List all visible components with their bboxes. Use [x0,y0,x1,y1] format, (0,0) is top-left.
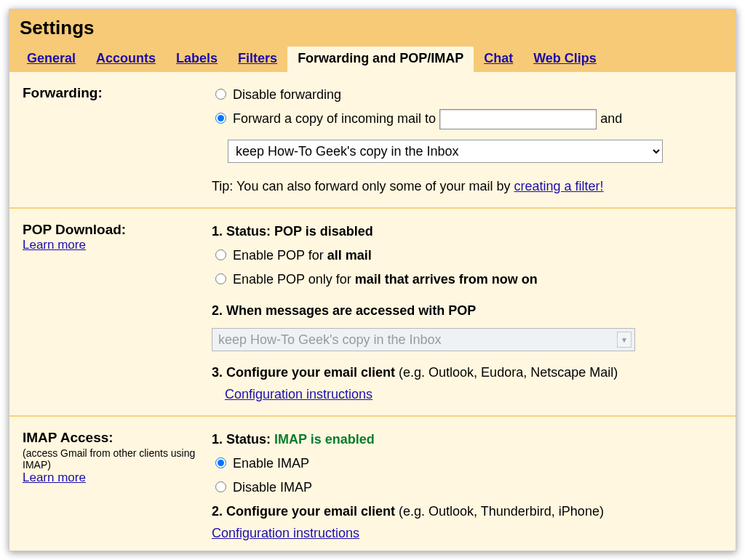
pop-config-instructions-link[interactable]: Configuration instructions [225,387,372,401]
tab-labels[interactable]: Labels [166,47,228,72]
radio-disable-forwarding-label[interactable]: Disable forwarding [212,87,341,102]
forward-address-input[interactable] [439,109,597,129]
radio-imap-disable[interactable] [215,481,226,492]
radio-forward-copy-label[interactable]: Forward a copy of incoming mail to [212,111,439,126]
imap-sub: (access Gmail from other clients using I… [23,447,212,471]
tab-filters[interactable]: Filters [228,47,287,72]
section-pop: POP Download: Learn more 1. Status: POP … [9,209,736,417]
radio-pop-all-label[interactable]: Enable POP for all mail [212,248,372,263]
section-forwarding: Forwarding: Disable forwarding Forward a… [9,72,736,209]
tab-web-clips[interactable]: Web Clips [523,47,607,72]
radio-imap-enable[interactable] [215,457,226,468]
radio-pop-now-label[interactable]: Enable POP only for mail that arrives fr… [212,272,538,287]
tab-bar: General Accounts Labels Filters Forwardi… [17,47,728,72]
imap-config-instructions-link[interactable]: Configuration instructions [212,526,359,540]
radio-imap-disable-label[interactable]: Disable IMAP [212,480,312,495]
radio-disable-forwarding[interactable] [215,89,226,100]
forward-keep-select[interactable]: keep How-To Geek's copy in the Inbox [228,140,663,163]
imap-heading: IMAP Access: [23,430,212,446]
dropdown-arrow-icon: ▼ [617,332,632,348]
radio-pop-all[interactable] [215,249,226,260]
imap-status-label: 1. Status: [212,432,271,447]
content: Forwarding: Disable forwarding Forward a… [9,72,736,551]
tab-forwarding-pop-imap[interactable]: Forwarding and POP/IMAP [287,47,474,72]
pop-when-select-disabled: keep How-To Geek's copy in the Inbox ▼ [212,328,635,351]
radio-pop-now[interactable] [215,273,226,284]
tab-chat[interactable]: Chat [474,47,523,72]
pop-configure-label: 3. Configure your email client [212,365,395,380]
imap-status-value: IMAP is enabled [274,432,375,447]
imap-configure-label: 2. Configure your email client [212,504,395,519]
pop-when-label: 2. When messages are accessed with POP [212,301,722,321]
section-imap: IMAP Access: (access Gmail from other cl… [9,417,736,551]
pop-status-label: 1. Status: [212,224,271,239]
header: Settings General Accounts Labels Filters… [9,9,736,72]
imap-learn-more-link[interactable]: Learn more [23,471,86,484]
radio-imap-enable-label[interactable]: Enable IMAP [212,456,309,471]
settings-panel: Settings General Accounts Labels Filters… [9,9,736,551]
pop-status-value: POP is disabled [274,224,373,239]
tab-general[interactable]: General [17,47,86,72]
creating-filter-link[interactable]: creating a filter! [514,179,604,193]
radio-forward-copy[interactable] [215,113,226,124]
tab-accounts[interactable]: Accounts [86,47,166,72]
forwarding-heading: Forwarding: [23,85,212,101]
forwarding-tip: Tip: You can also forward only some of y… [212,179,722,194]
page-title: Settings [17,14,728,47]
pop-learn-more-link[interactable]: Learn more [23,238,86,252]
pop-heading: POP Download: [23,222,212,238]
